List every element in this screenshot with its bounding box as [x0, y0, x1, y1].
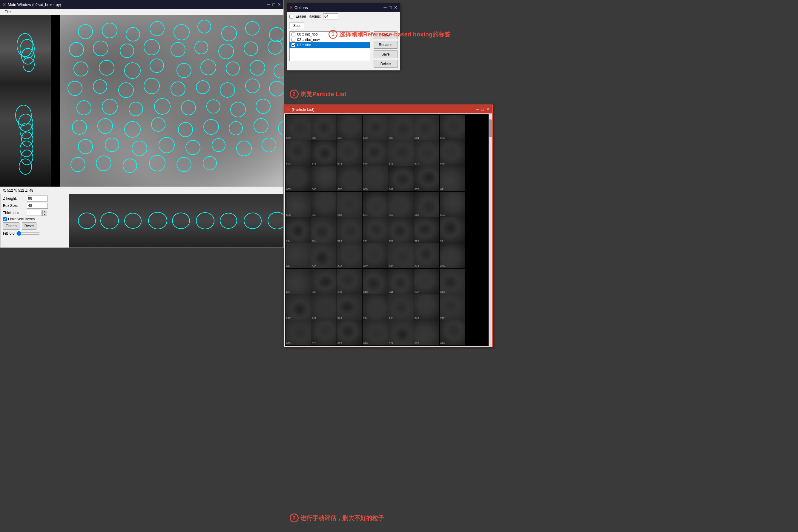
particle-cell[interactable]: 668: [363, 166, 388, 191]
particle-cell[interactable]: 625: [337, 320, 362, 345]
particle-cell[interactable]: 654: [363, 217, 388, 243]
sets-tab[interactable]: Sets: [290, 22, 304, 28]
thickness-down-btn[interactable]: ▼: [42, 213, 47, 216]
particle-close-btn[interactable]: ✕: [486, 107, 490, 112]
particle-cell[interactable]: 658: [285, 192, 311, 217]
particle-cell[interactable]: 652: [311, 217, 337, 243]
particle-cell[interactable]: 665: [285, 166, 311, 191]
filt-label: Filt: [3, 231, 8, 235]
particle-maximize-btn[interactable]: □: [481, 107, 484, 112]
particle-cell[interactable]: 682: [363, 115, 388, 140]
options-minimize-btn[interactable]: ─: [384, 5, 387, 10]
options-close-btn[interactable]: ✕: [394, 5, 397, 10]
particle-cell[interactable]: 659: [311, 192, 337, 217]
particle-cell[interactable]: 664: [440, 192, 465, 217]
particle-cell[interactable]: 663: [414, 192, 439, 217]
particle-cell[interactable]: 666: [311, 166, 337, 191]
options-maximize-btn[interactable]: □: [389, 5, 392, 10]
particle-cell[interactable]: 662: [388, 192, 414, 217]
particle-cell[interactable]: 632: [337, 294, 362, 320]
particle-minimize-btn[interactable]: ─: [476, 107, 479, 112]
sets-item-1-checkbox[interactable]: [292, 38, 295, 42]
zheight-label: Z height:: [3, 196, 27, 201]
particle-cell[interactable]: 675: [363, 140, 388, 166]
particle-cell[interactable]: 636: [440, 294, 465, 320]
particle-cell[interactable]: 674: [337, 140, 362, 166]
rename-button[interactable]: Rename: [374, 41, 397, 49]
thickness-up-btn[interactable]: ▲: [42, 210, 47, 213]
eraser-checkbox[interactable]: [290, 15, 293, 19]
particle-cell[interactable]: 631: [311, 294, 337, 320]
sets-item-2-checkbox[interactable]: [292, 43, 295, 47]
close-button[interactable]: ✕: [277, 2, 281, 7]
sets-item-2[interactable]: 03 :: ribo: [290, 42, 370, 48]
minimize-button[interactable]: ─: [267, 2, 270, 7]
particle-cell[interactable]: 645: [311, 243, 337, 268]
particle-cell[interactable]: 681: [337, 115, 362, 140]
particle-number: 652: [312, 239, 316, 242]
particle-cell[interactable]: 651: [285, 217, 311, 243]
file-menu[interactable]: File: [2, 9, 13, 15]
flatten-button[interactable]: Flatten: [3, 223, 19, 230]
delete-button[interactable]: Delete: [374, 60, 397, 68]
particle-cell[interactable]: 626: [363, 320, 388, 345]
particle-cell[interactable]: 633: [363, 294, 388, 320]
particle-cell[interactable]: 640: [363, 269, 388, 294]
particle-cell[interactable]: 643: [440, 269, 465, 294]
radius-input[interactable]: [323, 14, 338, 19]
particle-cell[interactable]: 627: [388, 320, 414, 345]
particle-scrollbar[interactable]: [488, 113, 492, 347]
particle-cell[interactable]: 671: [440, 166, 465, 191]
particle-cell[interactable]: 679: [285, 115, 311, 140]
particle-cell[interactable]: 677: [414, 140, 439, 166]
particle-cell[interactable]: 676: [388, 140, 414, 166]
sets-item-0-checkbox[interactable]: [292, 33, 295, 36]
save-button[interactable]: Save: [374, 51, 397, 58]
particle-cell[interactable]: 660: [337, 192, 362, 217]
particle-cell[interactable]: 661: [363, 192, 388, 217]
particle-cell[interactable]: 641: [388, 269, 414, 294]
particle-cell[interactable]: 653: [337, 217, 362, 243]
maximize-button[interactable]: □: [273, 2, 275, 7]
particle-cell[interactable]: 624: [311, 320, 337, 345]
particle-cell[interactable]: 646: [337, 243, 362, 268]
particle-scroll-thumb[interactable]: [489, 119, 492, 137]
particle-cell[interactable]: 683: [388, 115, 414, 140]
particle-cell[interactable]: 642: [414, 269, 439, 294]
particle-cell[interactable]: 680: [311, 115, 337, 140]
particle-cell[interactable]: 635: [414, 294, 439, 320]
particle-cell[interactable]: 649: [414, 243, 439, 268]
particle-cell[interactable]: 672: [285, 140, 311, 166]
reset-button[interactable]: Reset: [22, 223, 36, 230]
particle-cell[interactable]: 628: [414, 320, 439, 345]
thickness-input[interactable]: [27, 210, 42, 216]
zheight-input[interactable]: [27, 195, 48, 202]
particle-cell[interactable]: 637: [285, 269, 311, 294]
boxsize-input[interactable]: [27, 203, 48, 209]
particle-cell[interactable]: 685: [440, 115, 465, 140]
particle-cell[interactable]: 670: [414, 166, 439, 191]
particle-cell[interactable]: 667: [337, 166, 362, 191]
particle-cell[interactable]: 639: [337, 269, 362, 294]
particle-cell[interactable]: 656: [414, 217, 439, 243]
flatten-reset-row: Flatten Reset: [3, 223, 67, 230]
particle-cell[interactable]: 650: [440, 243, 465, 268]
particle-cell[interactable]: 630: [285, 294, 311, 320]
particle-cell[interactable]: 669: [388, 166, 414, 191]
particle-cell[interactable]: 629: [440, 320, 465, 345]
particle-cell[interactable]: 623: [285, 320, 311, 345]
particle-cell[interactable]: 673: [311, 140, 337, 166]
filt-slider[interactable]: [16, 231, 40, 235]
limit-side-boxes-label: Limit Side Boxes: [8, 217, 35, 221]
main-tomogram-view[interactable]: [60, 15, 283, 187]
particle-cell[interactable]: 684: [414, 115, 439, 140]
particle-cell[interactable]: 648: [388, 243, 414, 268]
particle-cell[interactable]: 644: [285, 243, 311, 268]
particle-cell[interactable]: 657: [440, 217, 465, 243]
particle-cell[interactable]: 647: [363, 243, 388, 268]
particle-cell[interactable]: 678: [440, 140, 465, 166]
particle-cell[interactable]: 634: [388, 294, 414, 320]
particle-cell[interactable]: 638: [311, 269, 337, 294]
particle-cell[interactable]: 655: [388, 217, 414, 243]
limit-side-boxes-checkbox[interactable]: [3, 217, 7, 221]
